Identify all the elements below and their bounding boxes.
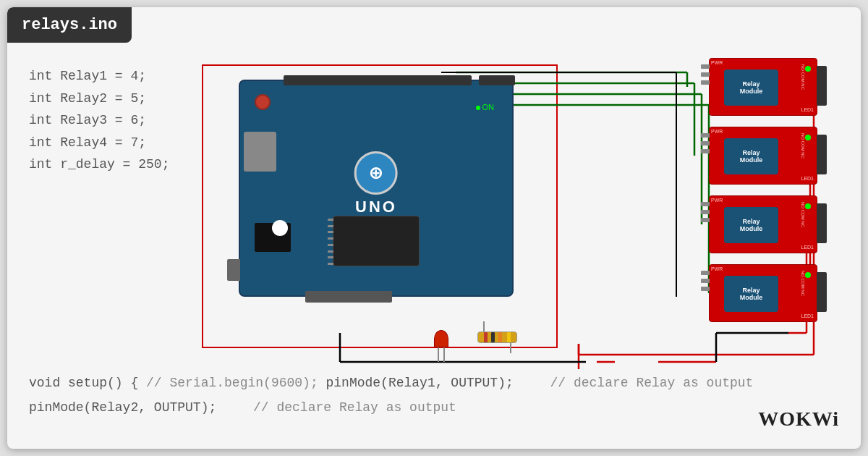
led-anode (438, 347, 439, 362)
relay-3-pins (701, 202, 710, 222)
relay-3-nc-label: NO COM NC (801, 202, 805, 227)
chip-pin-6 (328, 250, 333, 253)
code-area-top: int Relay1 = 4; int Relay2 = 5; int Rela… (29, 65, 169, 176)
relay-3-output-connector (817, 203, 827, 243)
relay-2-led-label: LED1 (801, 176, 814, 181)
arduino-label-area: ⊕ UNO ARDUINO (353, 151, 400, 225)
arduino-voltage-reg (244, 132, 276, 172)
arduino-crystal (255, 223, 291, 252)
circuit-area: ⊕ UNO ARDUINO ON (195, 51, 825, 413)
relay-4-label: RelayModule (740, 287, 763, 301)
relay-2-led (805, 135, 811, 140)
chip-pin-2 (328, 225, 333, 227)
resistor-leg-right (510, 343, 511, 353)
relay-3-led (805, 203, 811, 209)
resistor-leg-left (483, 321, 485, 332)
relay-1-pin-gnd (701, 72, 710, 77)
relay-1-pins (701, 64, 710, 85)
relay-module-2: PWR RelayModule LED1 NO COM NC (709, 127, 817, 185)
resistor-legs-left (477, 321, 517, 332)
arduino-logo-symbol: ⊕ (370, 161, 383, 185)
relay-module-4: PWR RelayModule LED1 NO COM NC (709, 264, 817, 322)
arduino-on-indicator: ON (476, 103, 495, 111)
relay-3-pwr-label: PWR (711, 198, 723, 203)
arduino-power-connector (305, 291, 392, 303)
resistor-band-3 (498, 332, 502, 342)
led-cathode (443, 347, 445, 362)
code-line-3: int Relay3 = 6; (29, 109, 169, 132)
resistor-band-2 (491, 332, 495, 342)
chip-pin-7 (328, 256, 333, 258)
file-title: relays.ino (22, 16, 117, 34)
relay-2-nc-label: NO COM NC (801, 133, 805, 159)
led-legs (434, 347, 448, 362)
relay-4-coil: RelayModule (724, 276, 778, 312)
code-line-5: int r_delay = 250; (29, 153, 169, 176)
code-line-1: int Relay1 = 4; (29, 65, 169, 88)
relay-1-led-label: LED1 (801, 107, 814, 112)
chip-pin-3 (328, 231, 333, 233)
relay-4-nc-label: NO COM NC (801, 271, 805, 296)
relay-1-pin-vcc (701, 64, 710, 69)
chip-pin-5 (328, 244, 333, 246)
relay-module-3: PWR RelayModule LED1 NO COM NC (709, 195, 817, 253)
relay-1-label: RelayModule (740, 80, 763, 95)
relay-module-1: PWR RelayModule LED1 NO COM NC (709, 58, 817, 116)
resistor-body (477, 332, 517, 343)
relay-2-pin-gnd (701, 141, 710, 145)
main-card: relays.ino int Relay1 = 4; int Relay2 = … (7, 7, 861, 449)
relay-4-pin-in (701, 287, 710, 291)
relay-1-output-connector (817, 66, 827, 106)
relay-3-led-label: LED1 (801, 245, 814, 250)
chip-pin-1 (328, 219, 333, 221)
arduino-reset-button[interactable] (255, 94, 271, 110)
chip-pins-left (328, 216, 333, 267)
relay-2-pin-in (701, 149, 710, 153)
arduino-crystal-circle (272, 220, 288, 236)
arduino-model-label: UNO (353, 198, 400, 216)
relay-1-pwr-label: PWR (711, 60, 723, 65)
code-line-2: int Relay2 = 5; (29, 88, 169, 110)
arduino-board: ⊕ UNO ARDUINO ON (239, 80, 514, 297)
resistor-band-1 (484, 332, 488, 342)
relay-4-pins (701, 271, 710, 291)
relay-1-led (805, 66, 811, 72)
arduino-digital-pins (284, 75, 472, 85)
relay-4-pwr-label: PWR (711, 266, 723, 271)
code-line-7: void setup() { (29, 376, 138, 390)
relay-1-pin-in (701, 80, 710, 85)
resistor-component (477, 321, 517, 353)
relay-3-coil: RelayModule (724, 207, 778, 243)
relay-4-led (805, 272, 811, 278)
led-component (434, 330, 448, 362)
led-body (434, 330, 448, 347)
relay-2-label: RelayModule (740, 149, 763, 164)
relay-4-output-connector (817, 272, 827, 312)
arduino-analog-pins (479, 75, 515, 85)
code-line-4: int Relay4 = 7; (29, 132, 169, 154)
relay-2-coil: RelayModule (724, 138, 778, 174)
resistor-legs-right (477, 343, 517, 353)
relay-3-pin-in (701, 218, 710, 222)
relay-3-pin-gnd (701, 210, 710, 214)
chip-pin-4 (328, 237, 333, 240)
relay-4-led-label: LED1 (801, 313, 814, 318)
arduino-usb-port (227, 259, 240, 281)
chip-pin-8 (328, 263, 333, 265)
relay-4-pin-gnd (701, 279, 710, 283)
arduino-logo-circle: ⊕ (354, 151, 398, 195)
relay-2-output-connector (817, 135, 827, 174)
arduino-main-chip (333, 216, 420, 266)
title-bar: relays.ino (7, 7, 132, 43)
relay-3-label: RelayModule (740, 218, 763, 232)
relay-2-pins (701, 133, 710, 153)
relay-3-pin-vcc (701, 202, 710, 206)
resistor-band-4 (507, 332, 511, 342)
relay-4-pin-vcc (701, 271, 710, 275)
relay-2-pwr-label: PWR (711, 129, 723, 134)
relay-1-coil: RelayModule (724, 69, 778, 106)
relay-2-pin-vcc (701, 133, 710, 138)
relay-1-nc-label: NO COM NC (801, 64, 805, 90)
